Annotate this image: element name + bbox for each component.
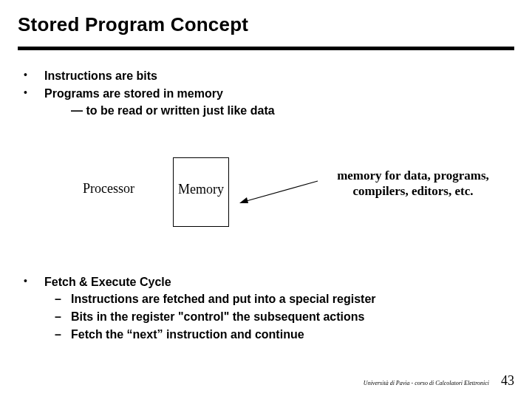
sub-item: Fetch the “next” instruction and continu… [44,327,514,343]
bullet-list-top: Instructions are bits Programs are store… [18,68,514,101]
bullet-item: Instructions are bits [18,68,514,84]
title-rule [18,47,514,50]
diagram-note: memory for data, programs, compilers, ed… [321,168,505,200]
memory-label: Memory [178,182,224,197]
memory-box: Memory [173,157,229,227]
sub-item: Bits in the register "control" the subse… [44,309,514,325]
arrow-icon [238,178,319,208]
slide: Stored Program Concept Instructions are … [0,0,532,399]
svg-marker-1 [239,197,248,203]
bullet-list-bottom: Fetch & Execute Cycle Instructions are f… [18,274,514,342]
bullet-item: Fetch & Execute Cycle Instructions are f… [18,274,514,342]
content-bottom: Fetch & Execute Cycle Instructions are f… [18,274,514,342]
bullet-indent-line: — to be read or written just like data [18,103,514,119]
cycle-heading: Fetch & Execute Cycle [44,276,171,288]
svg-line-0 [244,181,318,202]
processor-label: Processor [83,181,134,197]
sub-list: Instructions are fetched and put into a … [44,291,514,342]
slide-title: Stored Program Concept [18,13,514,36]
content-top: Instructions are bits Programs are store… [18,68,514,119]
footer: Università di Pavia - corso di Calcolato… [364,373,514,389]
bullet-item: Programs are stored in memory [18,86,514,102]
diagram: Processor Memory memory for data, progra… [47,141,514,259]
footer-source: Università di Pavia - corso di Calcolato… [364,380,489,386]
page-number: 43 [501,373,514,389]
sub-item: Instructions are fetched and put into a … [44,291,514,307]
